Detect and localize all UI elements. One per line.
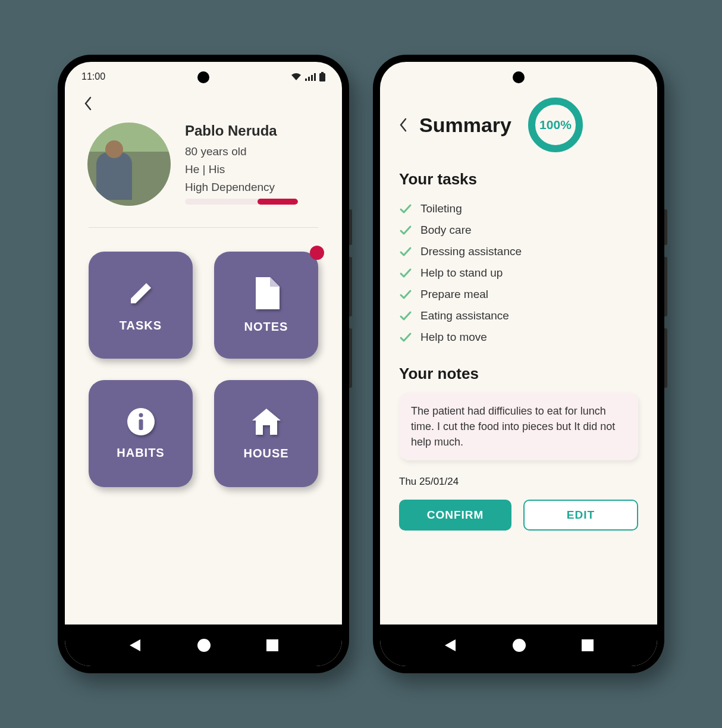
task-item: Eating assistance (399, 305, 638, 327)
volume-down (664, 328, 667, 388)
task-label: Help to stand up (420, 266, 503, 280)
avatar (87, 123, 171, 206)
task-item: Body care (399, 219, 638, 241)
profile-section: Pablo Neruda 80 years old He | His High … (84, 123, 323, 206)
tasks-heading: Your tasks (399, 170, 638, 189)
notification-badge (310, 246, 324, 260)
tile-label: TASKS (120, 319, 162, 332)
house-icon (251, 407, 282, 436)
volume-up (664, 257, 667, 316)
document-icon (253, 277, 280, 309)
check-icon (399, 224, 412, 237)
task-list: ToiletingBody careDressing assistanceHel… (399, 198, 638, 348)
power-button (664, 209, 667, 245)
profile-name: Pablo Neruda (185, 123, 298, 139)
tile-label: HOUSE (243, 447, 288, 460)
profile-age: 80 years old (185, 145, 298, 158)
battery-icon (319, 72, 325, 81)
wifi-icon (291, 73, 302, 81)
check-icon (399, 288, 412, 301)
power-button (349, 209, 352, 245)
back-button[interactable] (399, 118, 407, 132)
svg-rect-10 (266, 639, 278, 651)
nav-recent-icon[interactable] (580, 638, 595, 652)
svg-rect-3 (314, 73, 316, 81)
task-item: Dressing assistance (399, 241, 638, 262)
profile-dependency: High Dependency (185, 181, 298, 194)
android-nav-bar (65, 625, 342, 666)
progress-percent: 100% (527, 96, 584, 153)
phone-mockup-summary: Summary 100% Your tasks ToiletingBody ca… (373, 55, 664, 673)
task-item: Help to stand up (399, 262, 638, 284)
svg-rect-5 (319, 73, 325, 81)
task-label: Body care (420, 224, 472, 237)
nav-recent-icon[interactable] (265, 638, 280, 652)
task-label: Toileting (420, 202, 462, 215)
page-title: Summary (419, 114, 511, 137)
pencil-icon (126, 278, 156, 308)
dependency-bar (185, 199, 298, 205)
svg-rect-8 (139, 419, 143, 430)
check-icon (399, 331, 412, 344)
note-content: The patient had difficulies to eat for l… (399, 393, 638, 460)
volume-down (349, 328, 352, 388)
task-label: Prepare meal (420, 288, 488, 301)
phone-mockup-profile: 11:00 Pablo Neruda 80 years old He | His… (58, 55, 349, 673)
nav-home-icon[interactable] (196, 638, 212, 653)
notes-tile[interactable]: NOTES (214, 252, 318, 359)
divider (89, 227, 318, 228)
nav-back-icon[interactable] (442, 638, 458, 653)
summary-date: Thu 25/01/24 (399, 476, 638, 488)
svg-rect-4 (321, 72, 324, 73)
profile-pronouns: He | His (185, 163, 298, 176)
status-bar: 11:00 (65, 62, 342, 92)
check-icon (399, 309, 412, 322)
svg-rect-1 (308, 77, 310, 81)
tile-label: NOTES (244, 320, 288, 334)
check-icon (399, 266, 412, 280)
check-icon (399, 245, 412, 258)
task-label: Help to move (420, 331, 487, 344)
house-tile[interactable]: HOUSE (214, 380, 318, 487)
svg-point-9 (197, 639, 211, 652)
task-label: Dressing assistance (420, 245, 522, 258)
svg-point-7 (139, 413, 143, 417)
tile-label: HABITS (117, 446, 164, 460)
notes-heading: Your notes (399, 365, 638, 383)
edit-button[interactable]: EDIT (523, 500, 638, 531)
svg-point-13 (513, 639, 526, 652)
svg-rect-0 (305, 79, 307, 81)
nav-home-icon[interactable] (511, 638, 527, 653)
task-item: Help to move (399, 327, 638, 348)
svg-rect-14 (582, 639, 594, 651)
status-bar (380, 62, 657, 82)
check-icon (399, 202, 412, 215)
svg-rect-2 (311, 75, 313, 81)
back-button[interactable] (84, 96, 92, 111)
info-icon (127, 408, 155, 435)
habits-tile[interactable]: HABITS (89, 380, 193, 487)
nav-back-icon[interactable] (127, 638, 143, 653)
android-nav-bar (380, 625, 657, 666)
progress-ring: 100% (527, 96, 584, 153)
signal-icon (305, 73, 316, 81)
tasks-tile[interactable]: TASKS (89, 252, 193, 359)
task-label: Eating assistance (420, 309, 509, 322)
task-item: Toileting (399, 198, 638, 219)
task-item: Prepare meal (399, 284, 638, 305)
confirm-button[interactable]: CONFIRM (399, 500, 511, 531)
volume-up (349, 257, 352, 316)
status-time: 11:00 (81, 71, 105, 82)
